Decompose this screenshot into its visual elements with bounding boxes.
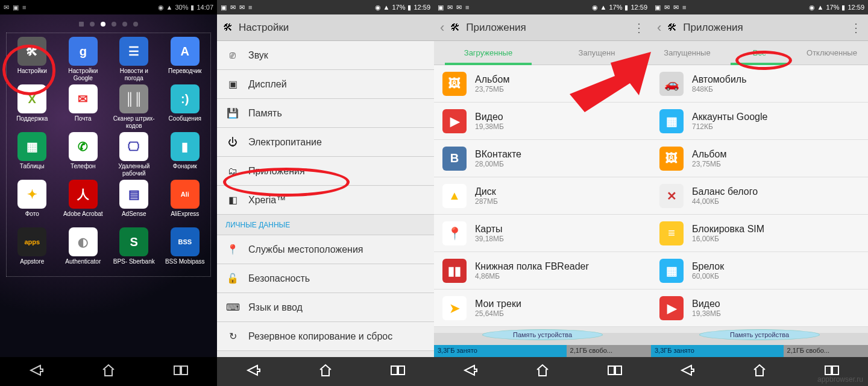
- svg-rect-6: [615, 366, 621, 375]
- app-icon[interactable]: XПоддержка: [9, 84, 55, 130]
- app-row[interactable]: ▮▮Книжная полка FBReader4,86МБ: [434, 252, 651, 290]
- app-icon[interactable]: ▮Фонарик: [162, 132, 209, 177]
- pager-dots: [6, 22, 211, 27]
- app-icon[interactable]: ◐Authenticator: [60, 227, 107, 273]
- app-row[interactable]: 📍Карты39,18МБ: [434, 215, 651, 252]
- app-icon[interactable]: BSSBSS Mobipass: [162, 227, 209, 273]
- app-row[interactable]: 🖼Альбом23,75МБ: [651, 140, 868, 177]
- settings-icon: 🛠: [223, 22, 233, 33]
- settings-row[interactable]: 🗂Приложения: [217, 157, 434, 186]
- settings-row[interactable]: ⏻Электропитание: [217, 128, 434, 157]
- notif-icon: ▣: [13, 4, 19, 11]
- app-icon[interactable]: gНастройки Google: [60, 37, 107, 82]
- app-row[interactable]: ▲Диск287МБ: [434, 177, 651, 215]
- home-button[interactable]: [101, 364, 116, 379]
- back-button[interactable]: [462, 364, 478, 379]
- battery-pct: 30%: [175, 4, 188, 11]
- status-bar: ▣ ✉ ✉ ≡ ◉ ▲ 17% ▮ 12:59: [651, 0, 868, 14]
- home-screen: 🛠НастройкиgНастройки Google☰Новости и по…: [0, 14, 217, 357]
- home-button[interactable]: [535, 364, 550, 379]
- tab[interactable]: Отключенные: [796, 41, 868, 65]
- recent-button[interactable]: [173, 365, 189, 378]
- app-icon[interactable]: 🛠Настройки: [9, 37, 55, 82]
- nav-bar: [217, 357, 434, 386]
- notif-icon: ✉: [664, 4, 670, 11]
- app-row[interactable]: 🖼Альбом23,75МБ: [434, 65, 651, 103]
- settings-row[interactable]: ↻Резервное копирование и сброс: [217, 322, 434, 351]
- settings-row[interactable]: 💾Память: [217, 99, 434, 128]
- svg-rect-5: [608, 366, 614, 375]
- wifi-icon: ◉: [592, 4, 598, 11]
- recent-button[interactable]: [390, 365, 406, 378]
- app-icon[interactable]: 🖵Удаленный рабочий: [111, 132, 157, 177]
- settings-row[interactable]: ▣Дисплей: [217, 70, 434, 99]
- settings-row[interactable]: 🔓Безопасность: [217, 264, 434, 293]
- home-button[interactable]: [318, 364, 333, 379]
- notif-icon: ▣: [221, 4, 227, 11]
- app-row[interactable]: ➤Мои треки25,64МБ: [434, 290, 651, 327]
- app-grid: 🛠НастройкиgНастройки Google☰Новости и по…: [6, 33, 211, 277]
- overflow-menu[interactable]: ⋮: [850, 21, 862, 35]
- app-row[interactable]: ▦Брелок60,00КБ: [651, 252, 868, 290]
- app-icon[interactable]: ☰Новости и погода: [111, 37, 157, 82]
- tab[interactable]: Все: [723, 41, 796, 65]
- settings-row[interactable]: ◧Xperia™: [217, 186, 434, 215]
- app-icon[interactable]: ║║Сканер штрих-кодов: [111, 84, 157, 130]
- panel-home: ✉ ▣ ≡ ◉ ▲ 30% ▮ 14:07 🛠НастройкиgНастрой…: [0, 0, 217, 386]
- status-bar: ▣ ✉ ✉ ≡ ◉ ▲ 17% ▮ 12:59: [217, 0, 434, 14]
- app-icon[interactable]: AliAliExpress: [162, 180, 209, 225]
- app-icon[interactable]: appsAppstore: [9, 227, 55, 273]
- overflow-menu[interactable]: ⋮: [633, 21, 645, 35]
- battery-pct: 17%: [392, 4, 405, 11]
- app-icon[interactable]: ✉Почта: [60, 84, 107, 130]
- back-chevron[interactable]: ‹: [440, 20, 444, 36]
- app-icon[interactable]: ✦Фото: [9, 180, 55, 225]
- app-row[interactable]: ≡Блокировка SIM16,00КБ: [651, 215, 868, 252]
- app-row[interactable]: ▦Аккаунты Google712КБ: [651, 103, 868, 140]
- settings-row[interactable]: ⎚Звук: [217, 41, 434, 70]
- tab[interactable]: Запущенн: [542, 41, 651, 65]
- app-icon[interactable]: 人Adobe Acrobat: [60, 180, 107, 225]
- notif-icon: ✉: [673, 4, 679, 11]
- settings-icon: 🛠: [667, 22, 677, 33]
- apps-body: ‹ 🛠 Приложения ⋮ ЗапущенныеВсеОтключенны…: [651, 14, 868, 357]
- home-button[interactable]: [752, 364, 767, 379]
- back-button[interactable]: [28, 364, 44, 379]
- back-button[interactable]: [679, 364, 695, 379]
- tab[interactable]: Загруженные: [434, 41, 542, 65]
- apps-header: ‹ 🛠 Приложения ⋮: [651, 14, 868, 41]
- app-row[interactable]: BВКонтакте28,00МБ: [434, 140, 651, 177]
- notif-icon: ≡: [682, 4, 686, 11]
- back-button[interactable]: [245, 364, 261, 379]
- app-icon[interactable]: ✆Телефон: [60, 132, 107, 177]
- back-chevron[interactable]: ‹: [657, 20, 661, 36]
- wifi-icon: ◉: [375, 4, 381, 11]
- signal-icon: ▲: [817, 4, 824, 11]
- recent-button[interactable]: [607, 365, 623, 378]
- section-header: ЛИЧНЫЕ ДАННЫЕ: [217, 215, 434, 235]
- status-bar: ✉ ▣ ≡ ◉ ▲ 30% ▮ 14:07: [0, 0, 217, 14]
- app-icon[interactable]: ▤AdSense: [111, 180, 157, 225]
- battery-pct: 17%: [826, 4, 839, 11]
- app-icon[interactable]: :)Сообщения: [162, 84, 209, 130]
- tab[interactable]: Запущенные: [651, 41, 723, 65]
- clock: 12:59: [631, 4, 647, 11]
- header-title: Приложения: [683, 22, 743, 34]
- app-row[interactable]: ✕Баланс белого44,00КБ: [651, 177, 868, 215]
- app-icon[interactable]: SBPS- Sberbank: [111, 227, 157, 273]
- settings-row[interactable]: 📍Службы местоположения: [217, 235, 434, 264]
- app-row[interactable]: ▶Видео19,38МБ: [434, 103, 651, 140]
- storage-label: Память устройства: [482, 329, 603, 340]
- notif-icon: ✉: [456, 4, 462, 11]
- settings-row[interactable]: ⌨Язык и ввод: [217, 293, 434, 322]
- app-icon[interactable]: AПереводчик: [162, 37, 209, 82]
- watermark: appbrowser.ru: [817, 375, 863, 384]
- app-row[interactable]: 🚗Автомобиль848КБ: [651, 65, 868, 103]
- notif-icon: ✉: [239, 4, 245, 11]
- app-row[interactable]: ▶Видео19,38МБ: [651, 290, 868, 327]
- apps-header: ‹ 🛠 Приложения ⋮: [434, 14, 651, 41]
- app-list: 🚗Автомобиль848КБ▦Аккаунты Google712КБ🖼Ал…: [651, 65, 868, 333]
- notif-icon: ≡: [465, 4, 469, 11]
- app-icon[interactable]: ▦Таблицы: [9, 132, 55, 177]
- notif-icon: ✉: [447, 4, 453, 11]
